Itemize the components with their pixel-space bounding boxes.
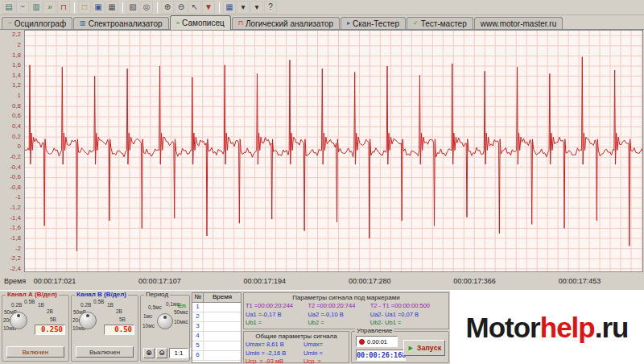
- general-col-2: Umax=Umin =Ucp. =: [303, 341, 347, 364]
- row-number: 5: [192, 341, 204, 350]
- param-value: Ub1 =: [246, 319, 308, 328]
- dropdown-a-icon[interactable]: ▾: [237, 1, 250, 14]
- open-icon[interactable]: □: [78, 1, 91, 14]
- param-value: Ucp. =: [303, 358, 347, 364]
- oscillogram-icon[interactable]: ~: [16, 1, 29, 14]
- y-tick-label: 1: [18, 93, 21, 99]
- help-icon[interactable]: ?: [264, 1, 277, 14]
- x-tick-label: 00:00:17:021: [34, 277, 76, 285]
- row-time: [204, 322, 241, 331]
- period-title: Период: [144, 291, 170, 298]
- cursor-icon[interactable]: ↖: [188, 1, 201, 14]
- time-table: № Время 123456: [192, 292, 242, 363]
- grid-icon[interactable]: ▦: [223, 1, 236, 14]
- table-row[interactable]: 4: [192, 332, 241, 341]
- knob-indicator-icon: [17, 314, 20, 317]
- scale-label: 5В: [50, 317, 56, 323]
- channel-b-power-button[interactable]: Выключен: [76, 346, 134, 358]
- zoom-in-button[interactable]: ⊕: [143, 348, 155, 358]
- logic-icon[interactable]: ⊓: [57, 1, 70, 14]
- spectrum-tab-icon: ▥: [80, 20, 86, 27]
- scale-ratio-value[interactable]: 1:1: [169, 348, 188, 358]
- copy-icon[interactable]: ▧: [126, 1, 139, 14]
- y-tick-label: 0,2: [12, 134, 21, 140]
- knob-indicator-icon: [163, 316, 167, 319]
- chart-area: 2,221,81,61,41,210,80,60,40,20-0,2-0,4-0…: [0, 30, 644, 272]
- tab-1[interactable]: ▥Спектроанализатор: [73, 17, 169, 29]
- recorder-icon[interactable]: »: [43, 1, 56, 14]
- param-value: Ua2 =-0,10 В: [308, 311, 369, 320]
- window-icon[interactable]: ▤: [2, 1, 15, 14]
- markers-panel: Параметры сигнала под маркерами T1 =00:0…: [243, 292, 449, 329]
- tab-0[interactable]: ~Осциллограф: [2, 17, 72, 29]
- toolbar-separator: [219, 2, 220, 13]
- control-title: Управление: [355, 327, 394, 334]
- tab-label: www.motor-master.ru: [481, 19, 556, 28]
- save-icon[interactable]: ▣: [92, 1, 105, 14]
- recorder-tab-icon: »: [176, 20, 180, 27]
- period-knob[interactable]: [157, 313, 173, 329]
- channel-a-knob[interactable]: [10, 312, 27, 329]
- tab-2[interactable]: »Самописец: [170, 15, 231, 30]
- y-tick-label: -0,6: [10, 174, 21, 180]
- x-tick-label: 00:00:17:107: [138, 277, 181, 285]
- markers-col-2: T2 =00:00:20:744Ua2 =-0,10 ВUb2 =: [308, 302, 369, 328]
- screenshot-icon[interactable]: ◎: [140, 1, 153, 14]
- param-value: Umax=: [303, 341, 347, 350]
- table-row[interactable]: 3: [192, 322, 241, 332]
- y-axis: 2,221,81,61,41,210,80,60,40,20-0,2-0,4-0…: [0, 30, 24, 272]
- y-tick-label: -1,6: [10, 225, 21, 231]
- tab-5[interactable]: ✓Тест-мастер: [407, 17, 473, 29]
- tab-6[interactable]: www.motor-master.ru: [474, 17, 563, 29]
- y-tick-label: 2: [18, 42, 21, 48]
- y-tick-label: 0: [18, 143, 21, 150]
- scale-label: 2В: [116, 309, 122, 315]
- y-tick-label: -1: [15, 194, 21, 201]
- start-label: Запуск: [417, 344, 441, 352]
- general-col-1: Umax= 8,61 ВUmin = -2,16 ВUcp. = -93 мВ: [246, 341, 303, 364]
- marker-icon[interactable]: ▼: [202, 1, 215, 14]
- dropdown-b-icon[interactable]: ▾: [250, 1, 263, 14]
- control-panel: Канал А (В/дел) 10мВ20мВ50мВ0.2В0.5В1В2В…: [0, 290, 644, 364]
- zoom-out-button[interactable]: ⊖: [156, 348, 167, 358]
- param-value: Umin = -2,16 В: [246, 350, 303, 358]
- tab-label: Самописец: [182, 19, 225, 27]
- y-tick-label: 1,4: [12, 72, 21, 79]
- zoom-out-icon[interactable]: ⊖: [175, 1, 188, 14]
- tab-4[interactable]: ▸Скан-Тестер: [341, 17, 406, 29]
- scale-label: 10мс: [142, 324, 155, 329]
- spectrum-icon[interactable]: ▥: [30, 1, 43, 14]
- table-row[interactable]: 5: [192, 341, 241, 351]
- toolbar-separator: [157, 2, 158, 13]
- time-axis: Время 00:00:17:02100:00:17:10700:00:17:1…: [0, 272, 644, 290]
- scale-label: 1В: [38, 303, 44, 308]
- y-tick-label: 1,2: [12, 82, 21, 89]
- channel-a-power-button[interactable]: Включен: [6, 346, 64, 358]
- y-tick-label: 2,2: [12, 31, 21, 38]
- table-row[interactable]: 2: [192, 312, 241, 322]
- motorhelp-logo: Motorhelp.ru: [466, 312, 629, 344]
- markers-values: T1 =00:00:20:244Ua1 =-0,17 ВUb1 = T2 =00…: [244, 301, 448, 328]
- y-tick-label: 0,6: [12, 113, 21, 119]
- tab-label: Спектроанализатор: [89, 19, 163, 28]
- y-tick-label: -2: [15, 246, 21, 252]
- row-time: [204, 351, 241, 360]
- y-tick-label: -1,2: [10, 205, 21, 211]
- oscilloscope-tab-icon: ~: [8, 20, 12, 27]
- scale-label: 2В: [47, 309, 53, 315]
- table-row[interactable]: 6: [192, 351, 241, 361]
- print-icon[interactable]: ▦: [105, 1, 118, 14]
- channel-b-title: Канал В (В/дел): [75, 291, 128, 298]
- param-value: T2 =00:00:20:744: [308, 302, 369, 311]
- zoom-in-icon[interactable]: ⊕: [161, 1, 174, 14]
- logic-tab-icon: ⊓: [238, 20, 243, 27]
- channel-b-knob[interactable]: [79, 312, 97, 329]
- tab-3[interactable]: ⊓Логический анализатор: [232, 17, 340, 29]
- logo-part-ru: .ru: [595, 312, 629, 343]
- table-row[interactable]: 1: [192, 303, 241, 312]
- plot-area[interactable]: [24, 30, 643, 272]
- scale-label: 0.5В: [24, 300, 35, 305]
- test-tab-icon: ✓: [413, 20, 419, 27]
- start-button[interactable]: ► Запуск: [403, 340, 445, 356]
- record-indicator[interactable]: 0.00:01: [356, 336, 398, 347]
